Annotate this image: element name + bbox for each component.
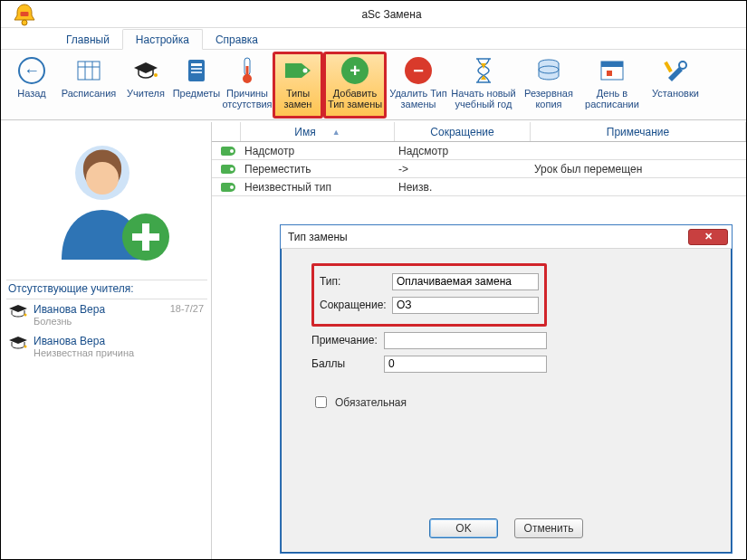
sort-asc-icon: ▲ (332, 128, 340, 137)
ribbon-tabs: Главный Настройка Справка (1, 28, 746, 50)
hourglass-icon (474, 55, 493, 86)
points-input[interactable] (384, 356, 547, 373)
grid-header-note[interactable]: Примечание (531, 122, 746, 141)
book-icon (186, 55, 207, 86)
tab-settings[interactable]: Настройка (122, 29, 203, 50)
svg-rect-19 (607, 71, 612, 76)
points-label: Баллы (311, 357, 384, 370)
svg-rect-21 (664, 62, 672, 72)
back-arrow-icon: ← (18, 57, 45, 84)
substitution-type-dialog: Тип замены ✕ Тип: Сокращение: Примечание… (280, 224, 733, 554)
delete-substitution-type-button[interactable]: − Удалить Тип замены (387, 52, 450, 119)
dialog-title: Тип замены (288, 231, 348, 243)
dialog-titlebar: Тип замены ✕ (281, 225, 732, 249)
substitution-types-button[interactable]: Типы замен (273, 52, 323, 119)
cancel-button[interactable]: Отменить (514, 518, 583, 538)
svg-rect-8 (191, 63, 202, 66)
app-logo-bell-icon (6, 3, 43, 26)
grid-header: Имя ▲ Сокращение Примечание (212, 122, 746, 142)
ribbon: ← Назад Расписания Учителя Предметы (1, 50, 746, 120)
schedules-button[interactable]: Расписания (57, 52, 120, 119)
grid-row[interactable]: Неизвестный тип Неизв. (212, 178, 746, 196)
back-button[interactable]: ← Назад (6, 52, 57, 119)
absent-teacher-item[interactable]: Иванова Вера Болезнь 18-7/27 (6, 299, 207, 331)
note-input[interactable] (384, 332, 547, 349)
graduation-cap-icon (8, 303, 28, 319)
graduation-cap-icon (132, 55, 159, 86)
add-substitution-type-button[interactable]: + Добавить Тип замены (323, 52, 387, 119)
tag-icon (221, 147, 235, 156)
dialog-buttons: OK Отменить (281, 518, 732, 538)
abbr-label: Сокращение: (320, 299, 392, 311)
ok-button[interactable]: OK (429, 518, 498, 538)
thermometer-icon (241, 55, 254, 86)
app-title: aSc Замена (43, 8, 741, 21)
svg-rect-13 (246, 66, 249, 77)
add-teacher-avatar-icon[interactable] (6, 128, 207, 280)
tools-icon (663, 55, 688, 86)
svg-rect-7 (188, 60, 205, 81)
absence-reasons-button[interactable]: Причины отсутствия (222, 52, 273, 119)
app-window: aSc Замена Главный Настройка Справка ← Н… (0, 0, 747, 560)
svg-point-20 (679, 62, 686, 69)
grid-row[interactable]: Надсмотр Надсмотр (212, 142, 746, 160)
grid-row[interactable]: Переместить -> Урок был перемещен (212, 160, 746, 178)
svg-point-23 (86, 162, 119, 195)
backup-button[interactable]: Резервная копия (517, 52, 580, 119)
absent-teacher-item[interactable]: Иванова Вера Неизвестная причина (6, 331, 207, 363)
mandatory-checkbox[interactable] (315, 396, 327, 408)
svg-point-14 (303, 69, 308, 73)
tab-help[interactable]: Справка (203, 30, 271, 49)
absence-reason: Неизвестная причина (34, 347, 198, 359)
teacher-name: Иванова Вера (34, 335, 198, 347)
svg-rect-1 (21, 12, 29, 16)
tag-icon (221, 165, 235, 174)
plus-icon: + (341, 57, 369, 84)
svg-point-27 (24, 314, 27, 317)
svg-rect-9 (191, 68, 202, 70)
grid-header-icon-col[interactable] (212, 122, 241, 141)
minus-icon: − (405, 57, 432, 84)
new-school-year-button[interactable]: Начать новый учебный год (450, 52, 517, 119)
svg-rect-18 (601, 62, 623, 67)
calendar-icon (76, 55, 101, 86)
graduation-cap-icon (8, 335, 28, 351)
close-icon: ✕ (704, 231, 713, 242)
teacher-name: Иванова Вера (34, 303, 165, 316)
svg-rect-10 (191, 71, 202, 73)
abbr-input[interactable] (392, 297, 539, 314)
tag-icon (283, 55, 312, 86)
mandatory-label: Обязательная (335, 396, 407, 409)
absent-teachers-heading: Отсутствующие учителя: (6, 280, 207, 299)
highlighted-fields: Тип: Сокращение: (311, 263, 547, 327)
grid-header-abbr[interactable]: Сокращение (395, 122, 531, 141)
close-button[interactable]: ✕ (688, 229, 728, 245)
settings-button[interactable]: Установки (644, 52, 707, 119)
type-label: Тип: (320, 275, 392, 288)
svg-rect-2 (78, 62, 100, 80)
absence-reason: Болезнь (34, 316, 165, 327)
absence-meta: 18-7/27 (170, 303, 206, 314)
svg-rect-26 (132, 233, 159, 241)
type-input[interactable] (392, 273, 539, 290)
svg-point-0 (22, 20, 27, 25)
tag-icon (221, 183, 235, 192)
svg-point-28 (24, 346, 27, 348)
calendar-day-icon (599, 55, 625, 86)
sidebar: Отсутствующие учителя: Иванова Вера Боле… (1, 122, 212, 559)
note-label: Примечание: (311, 334, 384, 346)
titlebar: aSc Замена (1, 1, 746, 28)
svg-point-6 (154, 73, 158, 77)
teachers-button[interactable]: Учителя (120, 52, 171, 119)
dialog-body: Тип: Сокращение: Примечание: Баллы Обяза… (281, 249, 732, 411)
subjects-button[interactable]: Предметы (171, 52, 222, 119)
grid-header-name[interactable]: Имя ▲ (241, 122, 395, 141)
day-in-schedule-button[interactable]: День в расписании (580, 52, 644, 119)
tab-main[interactable]: Главный (53, 30, 122, 49)
database-icon (536, 55, 561, 86)
